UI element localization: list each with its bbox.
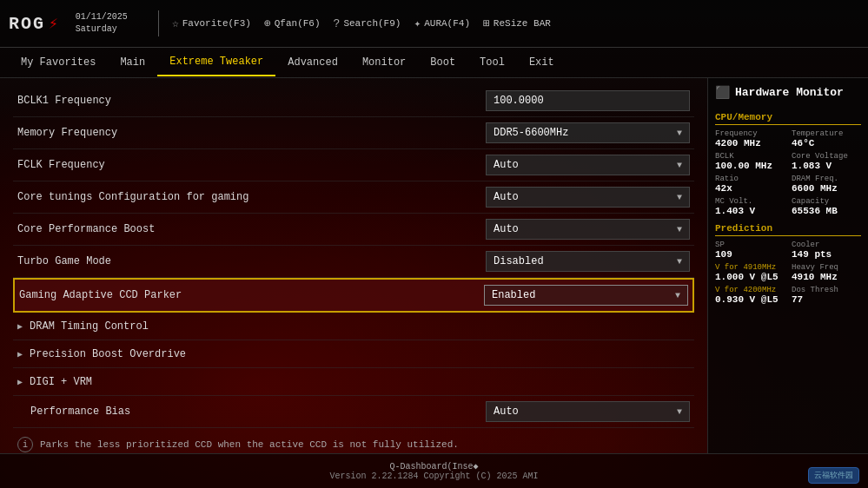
mc-volt-value: 1.403 V — [715, 206, 785, 216]
turbo-game-mode-dropdown[interactable]: Disabled ▼ — [486, 251, 690, 272]
info-icon: i — [17, 437, 33, 452]
sp-value: 109 — [715, 249, 785, 260]
turbo-game-mode-value-container: Disabled ▼ — [486, 251, 690, 272]
search-icon-btn[interactable]: ? Search(F9) — [334, 17, 401, 30]
prediction-section-title: Prediction — [715, 223, 861, 236]
resizebar-icon: ⊞ — [483, 16, 490, 30]
cpu-memory-grid: Frequency 4200 MHz Temperature 46°C BCLK… — [715, 129, 861, 216]
nav-bar: My Favorites Main Extreme Tweaker Advanc… — [0, 48, 868, 78]
info-row: i Parks the less prioritized CCD when th… — [13, 428, 694, 453]
bclk-freq-row: BCLK1 Frequency — [13, 85, 694, 117]
performance-bias-label: Performance Bias — [30, 406, 486, 418]
precision-boost-label: Precision Boost Overdrive — [30, 348, 186, 360]
top-bar: ROG ⚡ 01/11/2025 Saturday ☆ Favorite(F3)… — [0, 0, 868, 48]
bclk-freq-input[interactable] — [486, 90, 690, 111]
core-tunings-dropdown[interactable]: Auto ▼ — [486, 187, 690, 208]
bclk-monitor-value: 100.00 MHz — [715, 161, 785, 171]
nav-tool[interactable]: Tool — [467, 49, 517, 76]
ratio-label: Ratio — [715, 175, 785, 183]
heavy-freq-item: Heavy Freq 4910 MHz — [792, 263, 861, 282]
ratio-value: 42x — [715, 183, 785, 194]
gaming-adaptive-row: Gaming Adaptive CCD Parker Enabled ▼ — [13, 278, 694, 313]
memory-freq-dropdown[interactable]: DDR5-6600MHz ▼ — [486, 122, 690, 143]
qfan-icon: ⊕ — [264, 16, 271, 30]
yunfu-badge: 云福软件园 — [808, 467, 859, 484]
nav-main[interactable]: Main — [108, 49, 157, 76]
version-label: Version 2.22.1284 Copyright (C) 2025 AMI — [329, 472, 538, 481]
v-4200-label: V for 4200MHz — [715, 286, 785, 294]
bottom-right: 云福软件园 — [808, 467, 859, 484]
hardware-monitor-title: ⬛ Hardware Monitor — [715, 85, 861, 103]
turbo-game-mode-row: Turbo Game Mode Disabled ▼ — [13, 246, 694, 278]
core-perf-boost-label: Core Performance Boost — [17, 223, 486, 235]
gaming-adaptive-value-container: Enabled ▼ — [484, 285, 688, 306]
sp-item: SP 109 — [715, 241, 785, 260]
logo-area: ROG ⚡ — [9, 14, 58, 34]
nav-advanced[interactable]: Advanced — [275, 49, 350, 76]
performance-bias-dropdown[interactable]: Auto ▼ — [486, 401, 690, 422]
dram-timing-label: DRAM Timing Control — [30, 320, 149, 333]
fclk-freq-arrow: ▼ — [677, 161, 682, 170]
nav-monitor[interactable]: Monitor — [350, 49, 418, 76]
core-perf-boost-value-container: Auto ▼ — [486, 219, 690, 240]
v-4910-label: V for 4910MHz — [715, 263, 785, 272]
resizebar-label: ReSize BAR — [494, 18, 551, 29]
precision-boost-section[interactable]: ▶ Precision Boost Overdrive — [13, 340, 694, 368]
yunfu-text: 云福软件园 — [814, 472, 853, 480]
qfan-icon-btn[interactable]: ⊕ Qfan(F6) — [264, 16, 321, 30]
performance-bias-arrow: ▼ — [677, 407, 682, 417]
right-panel: ⬛ Hardware Monitor CPU/Memory Frequency … — [707, 78, 868, 453]
temperature-value: 46°C — [792, 138, 861, 148]
gaming-adaptive-dropdown[interactable]: Enabled ▼ — [484, 285, 688, 306]
digi-vrm-arrow-icon: ▶ — [17, 377, 23, 387]
core-voltage-item: Core Voltage 1.083 V — [792, 152, 861, 171]
aura-icon-btn[interactable]: ✦ AURA(F4) — [414, 16, 470, 30]
top-divider — [158, 10, 159, 36]
aura-label: AURA(F4) — [424, 18, 470, 29]
dram-timing-section[interactable]: ▶ DRAM Timing Control — [13, 313, 694, 340]
heavy-freq-value: 4910 MHz — [792, 272, 861, 282]
temperature-label: Temperature — [792, 129, 861, 138]
fclk-freq-dropdown[interactable]: Auto ▼ — [486, 155, 690, 175]
capacity-item: Capacity 65536 MB — [792, 197, 861, 216]
dos-thresh-value: 77 — [792, 294, 861, 305]
frequency-value: 4200 MHz — [715, 138, 785, 148]
hardware-monitor-label: Hardware Monitor — [735, 86, 844, 99]
content-area: BCLK1 Frequency Memory Frequency DDR5-66… — [0, 78, 868, 453]
cpu-memory-section-title: CPU/Memory — [715, 112, 861, 125]
digi-vrm-label: DIGI + VRM — [30, 376, 92, 388]
dram-timing-arrow-icon: ▶ — [17, 321, 23, 332]
aura-icon: ✦ — [414, 16, 421, 30]
hardware-monitor-icon: ⬛ — [715, 85, 730, 100]
core-tunings-value-container: Auto ▼ — [486, 187, 690, 208]
settings-panel: BCLK1 Frequency Memory Frequency DDR5-66… — [0, 78, 707, 453]
fclk-freq-value-container: Auto ▼ — [486, 155, 690, 175]
mc-volt-label: MC Volt. — [715, 197, 785, 206]
turbo-game-mode-current: Disabled — [494, 255, 544, 267]
cooler-item: Cooler 149 pts — [792, 241, 861, 260]
gaming-adaptive-current: Enabled — [492, 289, 535, 301]
nav-extreme-tweaker[interactable]: Extreme Tweaker — [157, 49, 275, 76]
v-4200-item: V for 4200MHz 0.930 V @L5 — [715, 286, 785, 305]
rog-symbol: ⚡ — [49, 14, 58, 33]
memory-freq-label: Memory Frequency — [17, 127, 486, 139]
resizebar-icon-btn[interactable]: ⊞ ReSize BAR — [483, 16, 551, 30]
core-perf-boost-dropdown[interactable]: Auto ▼ — [486, 219, 690, 240]
fclk-freq-current: Auto — [494, 159, 519, 171]
search-icon: ? — [334, 17, 341, 30]
dos-thresh-label: Dos Thresh — [792, 286, 861, 294]
core-tunings-current: Auto — [494, 191, 519, 203]
nav-my-favorites[interactable]: My Favorites — [9, 49, 108, 76]
ratio-item: Ratio 42x — [715, 175, 785, 194]
dos-thresh-item: Dos Thresh 77 — [792, 286, 861, 305]
nav-boot[interactable]: Boot — [418, 49, 467, 76]
favorite-icon-btn[interactable]: ☆ Favorite(F3) — [172, 16, 251, 30]
v-4910-value: 1.000 V @L5 — [715, 272, 785, 282]
digi-vrm-section[interactable]: ▶ DIGI + VRM — [13, 368, 694, 396]
rog-logo: ROG — [9, 14, 45, 34]
memory-freq-current: DDR5-6600MHz — [494, 127, 568, 139]
bclk-freq-value-container — [486, 90, 690, 111]
nav-exit[interactable]: Exit — [517, 49, 567, 76]
core-tunings-row: Core tunings Configuration for gaming Au… — [13, 181, 694, 214]
precision-boost-arrow-icon: ▶ — [17, 349, 23, 359]
